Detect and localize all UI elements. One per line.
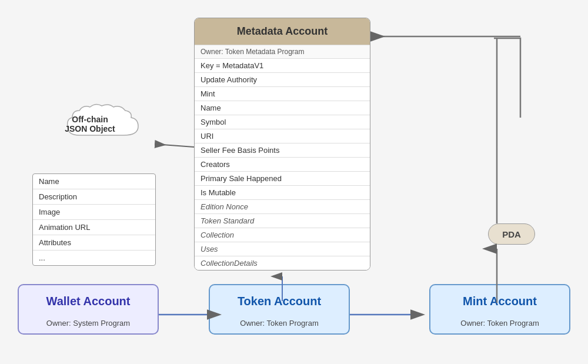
- metadata-account-box: Metadata Account Owner: Token Metadata P…: [194, 18, 370, 271]
- metadata-row-is-mutable: Is Mutable: [195, 185, 370, 199]
- token-account-owner: Owner: Token Program: [210, 315, 349, 333]
- mint-account-title: Mint Account: [430, 285, 569, 315]
- metadata-row-uri: URI: [195, 129, 370, 143]
- metadata-row-mint: Mint: [195, 86, 370, 101]
- token-account-title: Token Account: [210, 285, 349, 315]
- svg-line-8: [155, 144, 194, 147]
- metadata-row-edition-nonce: Edition Nonce: [195, 199, 370, 213]
- wallet-account-owner: Owner: System Program: [19, 315, 158, 333]
- metadata-row-collection-details: CollectionDetails: [195, 256, 370, 270]
- token-account-box: Token Account Owner: Token Program: [209, 284, 350, 335]
- pda-box: PDA: [488, 223, 535, 245]
- metadata-row-token-standard: Token Standard: [195, 213, 370, 228]
- mint-account-owner: Owner: Token Program: [430, 315, 569, 333]
- metadata-row-name: Name: [195, 101, 370, 115]
- diagram-container: Metadata Account Owner: Token Metadata P…: [0, 0, 588, 364]
- svg-text:Off-chain: Off-chain: [72, 115, 108, 124]
- json-row-attributes: Attributes: [33, 235, 155, 250]
- wallet-account-box: Wallet Account Owner: System Program: [18, 284, 159, 335]
- json-row-image: Image: [33, 204, 155, 219]
- metadata-row-symbol: Symbol: [195, 115, 370, 129]
- json-row-name: Name: [33, 174, 155, 189]
- mint-account-box: Mint Account Owner: Token Program: [429, 284, 570, 335]
- metadata-row-collection: Collection: [195, 228, 370, 242]
- cloud-shape: Off-chain JSON Object: [32, 100, 147, 150]
- metadata-row-update-authority: Update Authority: [195, 72, 370, 86]
- metadata-row-uses: Uses: [195, 242, 370, 256]
- metadata-account-title: Metadata Account: [195, 18, 370, 45]
- metadata-row-creators: Creators: [195, 157, 370, 171]
- json-row-animation-url: Animation URL: [33, 219, 155, 235]
- metadata-row-seller-fee: Seller Fee Basis Points: [195, 143, 370, 157]
- json-table: Name Description Image Animation URL Att…: [32, 173, 156, 266]
- json-row-description: Description: [33, 189, 155, 204]
- metadata-row-primary-sale: Primary Sale Happened: [195, 171, 370, 185]
- metadata-owner-row: Owner: Token Metadata Program: [195, 45, 370, 58]
- svg-text:JSON Object: JSON Object: [65, 124, 115, 133]
- wallet-account-title: Wallet Account: [19, 285, 158, 315]
- pda-label: PDA: [502, 229, 521, 239]
- json-row-ellipsis: ...: [33, 250, 155, 265]
- metadata-row-key: Key = MetadataV1: [195, 58, 370, 72]
